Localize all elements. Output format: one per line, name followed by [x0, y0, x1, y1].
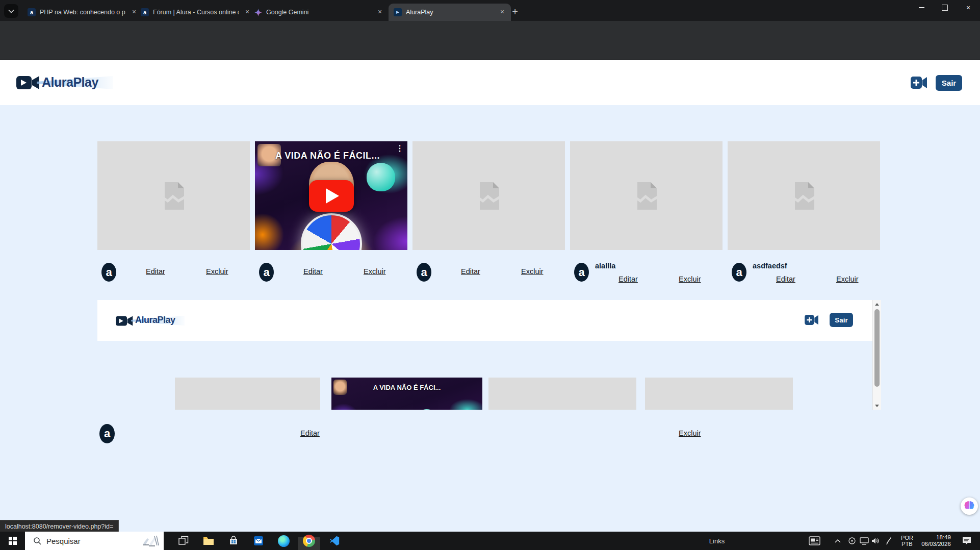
edge-button[interactable] [273, 532, 294, 550]
file-explorer-button[interactable] [198, 532, 219, 550]
scrollbar-down-arrow[interactable] [873, 402, 881, 410]
news-widget-button[interactable] [805, 532, 825, 550]
vscode-icon [329, 536, 340, 546]
task-view-button[interactable] [173, 532, 194, 550]
embedded-logout-button[interactable]: Sair [830, 313, 853, 327]
avatar: a [99, 424, 115, 443]
language-indicator[interactable]: PORPTB [895, 532, 919, 550]
edit-link-5[interactable]: Editar [776, 275, 795, 283]
screen: a PHP na Web: conhecendo o pa × a Fórum … [0, 0, 980, 550]
broken-image-icon [478, 182, 500, 210]
embedded-video-card-1 [175, 378, 320, 410]
edge-icon [278, 535, 290, 547]
broken-image-icon [793, 182, 815, 210]
scrollbar-thumb[interactable] [874, 309, 880, 387]
search-highlight-skates-image[interactable] [141, 534, 160, 547]
thumbnail-title: A VIDA NÃO É FÁCIL... [255, 151, 400, 161]
tab-search-button[interactable] [4, 4, 18, 18]
chevron-down-icon [8, 9, 14, 13]
tab-aluraplay-active[interactable]: ▶ AluraPlay × [389, 4, 511, 21]
new-tab-button[interactable]: + [508, 5, 522, 19]
camcorder-icon [16, 74, 40, 91]
brand-name: AluraPlay [42, 75, 98, 90]
links-label: Links [709, 537, 725, 545]
embedded-video-card-2-thumbnail[interactable]: A VIDA NÃO É FÁCI... [331, 378, 482, 410]
embedded-add-video-button[interactable] [805, 315, 818, 327]
window-close-button[interactable]: × [957, 0, 980, 15]
tab-php-na-web[interactable]: a PHP na Web: conhecendo o pa × [22, 4, 143, 21]
add-video-icon [911, 77, 927, 89]
avatar: a [574, 263, 589, 282]
avatar: a [732, 263, 746, 282]
add-video-icon [805, 315, 818, 325]
microsoft-store-button[interactable] [223, 532, 244, 550]
floating-brain-extension-badge[interactable] [961, 497, 978, 515]
tab-title: PHP na Web: conhecendo o pa [40, 9, 125, 16]
embedded-page-iframe[interactable]: AluraPlay Sair A VIDA NÃO É FÁCI... [97, 300, 881, 410]
windows-taskbar: Pesquisar Links [0, 532, 980, 550]
start-button[interactable] [0, 532, 25, 550]
tray-volume-button[interactable] [868, 532, 883, 550]
embedded-video-card-4 [645, 378, 793, 410]
edit-link-2[interactable]: Editar [303, 267, 323, 276]
outlook-button[interactable] [248, 532, 269, 550]
thumbnail-ghost [415, 409, 439, 410]
search-placeholder: Pesquisar [46, 537, 136, 545]
delete-link-4[interactable]: Excluir [679, 275, 701, 283]
delete-link-3[interactable]: Excluir [521, 267, 544, 276]
delete-link-1[interactable]: Excluir [206, 267, 228, 276]
delete-link-5[interactable]: Excluir [836, 275, 859, 283]
tray-pen-button[interactable] [882, 532, 895, 550]
logout-button[interactable]: Sair [936, 75, 962, 91]
delete-link-2[interactable]: Excluir [364, 267, 386, 276]
youtube-play-button[interactable] [309, 180, 354, 212]
broken-image-icon [635, 182, 658, 210]
search-icon [33, 537, 41, 545]
minimize-icon [919, 7, 924, 8]
brain-icon [963, 500, 975, 512]
browser-tab-strip: a PHP na Web: conhecendo o pa × a Fórum … [0, 0, 980, 21]
brand-name: AluraPlay [135, 315, 175, 326]
vscode-button[interactable] [324, 532, 345, 550]
delete-link-6[interactable]: Excluir [679, 429, 701, 437]
window-maximize-button[interactable] [933, 0, 957, 15]
mail-icon [253, 536, 264, 546]
thumbnail-menu-icon[interactable]: ⋮ [396, 143, 404, 153]
tab-forum-alura[interactable]: a Fórum | Alura - Cursos online d × [136, 4, 256, 21]
add-video-button[interactable] [911, 77, 927, 91]
video-card-2-thumbnail[interactable]: A VIDA NÃO É FÁCIL... ⋮ [255, 141, 407, 250]
links-toolbar[interactable]: Links [705, 532, 729, 550]
clock[interactable]: 18:4906/03/2026 [918, 532, 955, 550]
chrome-button-active[interactable] [299, 532, 319, 550]
action-center-button[interactable] [957, 532, 977, 550]
maximize-icon [942, 5, 948, 11]
aluraplay-logo: AluraPlay [16, 73, 118, 92]
embedded-site-header: AluraPlay Sair [97, 300, 881, 341]
tab-title: Fórum | Alura - Cursos online d [153, 9, 239, 16]
edit-link-1[interactable]: Editar [146, 267, 165, 276]
store-bag-icon [228, 536, 239, 546]
tray-expand-button[interactable] [831, 532, 844, 550]
page-content: AluraPlay Sair A VIDA NÃO É FÁCIL... ⋮ [0, 60, 980, 532]
keyboard-layout: PTB [901, 541, 913, 547]
chrome-icon [303, 535, 315, 547]
tab-close-icon[interactable]: × [375, 8, 384, 17]
browser-toolbar: ← → ⓘ localhost:8080/index.php?sucesso=1… [0, 21, 980, 41]
taskbar-search-box[interactable]: Pesquisar [25, 532, 164, 550]
tab-google-gemini[interactable]: Google Gemini × [249, 4, 389, 21]
scrollbar-up-arrow[interactable] [873, 300, 881, 308]
avatar: a [101, 263, 116, 282]
tab-close-icon[interactable]: × [498, 8, 507, 17]
alura-favicon: a [141, 8, 149, 16]
edit-link-3[interactable]: Editar [461, 267, 480, 276]
aluraplay-favicon: ▶ [394, 8, 402, 16]
video-card-1 [97, 141, 250, 250]
circle-icon [848, 537, 856, 545]
edit-link-4[interactable]: Editar [618, 275, 638, 283]
edit-link-6[interactable]: Editar [300, 429, 320, 437]
thumbnail-ghost [367, 163, 395, 191]
embedded-scrollbar[interactable] [872, 300, 881, 410]
video-title: alallla [595, 262, 615, 270]
video-title: asdfaedsf [753, 262, 787, 270]
window-minimize-button[interactable] [910, 0, 933, 15]
